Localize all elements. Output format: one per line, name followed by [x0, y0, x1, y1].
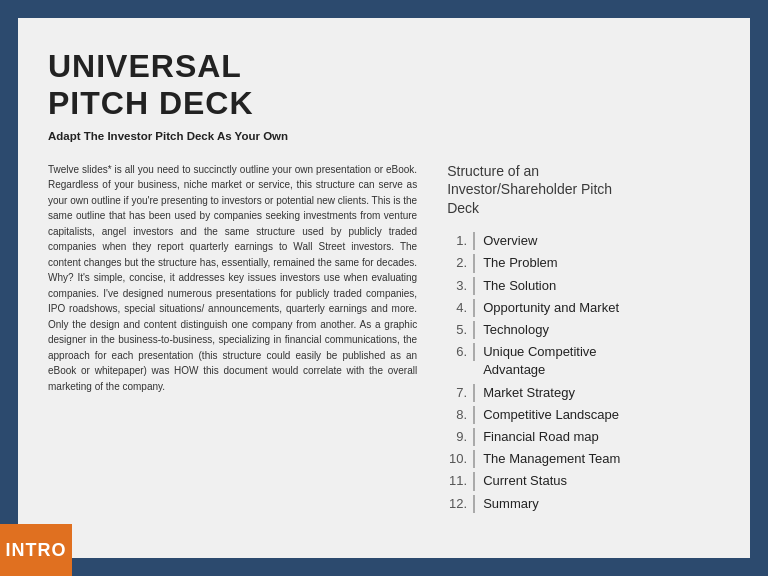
- list-number: 10.: [447, 450, 475, 468]
- list-item: 11.Current Status: [447, 472, 720, 490]
- subtitle: Adapt The Investor Pitch Deck As Your Ow…: [48, 130, 720, 142]
- list-item: 9.Financial Road map: [447, 428, 720, 446]
- list-number: 2.: [447, 254, 475, 272]
- list-number: 7.: [447, 384, 475, 402]
- right-column: Structure of anInvestor/Shareholder Pitc…: [437, 162, 720, 538]
- list-number: 4.: [447, 299, 475, 317]
- body-layout: Twelve slides* is all you need to succin…: [48, 162, 720, 538]
- list-text: Current Status: [483, 472, 567, 490]
- intro-badge-label: INTRO: [6, 540, 67, 561]
- list-text: Overview: [483, 232, 537, 250]
- slide-container: UNIVERSALPITCH DECK Adapt The Investor P…: [0, 0, 768, 576]
- list-text: Competitive Landscape: [483, 406, 619, 424]
- list-item: 1.Overview: [447, 232, 720, 250]
- list-number: 11.: [447, 472, 475, 490]
- list-text: The Solution: [483, 277, 556, 295]
- list-text: Summary: [483, 495, 539, 513]
- list-item: 2.The Problem: [447, 254, 720, 272]
- main-title: UNIVERSALPITCH DECK: [48, 48, 720, 122]
- list-text: Technology: [483, 321, 549, 339]
- list-text: The Problem: [483, 254, 557, 272]
- list-number: 5.: [447, 321, 475, 339]
- list-item: 3.The Solution: [447, 277, 720, 295]
- list-number: 1.: [447, 232, 475, 250]
- structure-heading: Structure of anInvestor/Shareholder Pitc…: [447, 162, 720, 219]
- list-item: 7.Market Strategy: [447, 384, 720, 402]
- body-text: Twelve slides* is all you need to succin…: [48, 162, 417, 538]
- list-number: 3.: [447, 277, 475, 295]
- list-number: 8.: [447, 406, 475, 424]
- list-text: Opportunity and Market: [483, 299, 619, 317]
- list-item: 5.Technology: [447, 321, 720, 339]
- list-item: 8.Competitive Landscape: [447, 406, 720, 424]
- list-text: Market Strategy: [483, 384, 575, 402]
- list-items: 1.Overview2.The Problem3.The Solution4.O…: [447, 232, 720, 512]
- list-number: 6.: [447, 343, 475, 361]
- list-text: Financial Road map: [483, 428, 599, 446]
- title-section: UNIVERSALPITCH DECK Adapt The Investor P…: [48, 48, 720, 152]
- list-text: Unique CompetitiveAdvantage: [483, 343, 596, 379]
- list-item: 12.Summary: [447, 495, 720, 513]
- list-number: 12.: [447, 495, 475, 513]
- list-item: 6.Unique CompetitiveAdvantage: [447, 343, 720, 379]
- list-text: The Management Team: [483, 450, 620, 468]
- list-number: 9.: [447, 428, 475, 446]
- list-item: 10.The Management Team: [447, 450, 720, 468]
- list-item: 4.Opportunity and Market: [447, 299, 720, 317]
- main-content: UNIVERSALPITCH DECK Adapt The Investor P…: [18, 18, 750, 558]
- intro-badge: INTRO: [0, 524, 72, 576]
